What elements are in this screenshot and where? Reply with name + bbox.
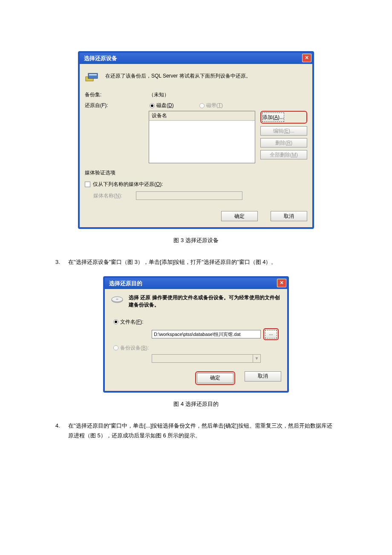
device-list-header: 设备名	[149, 111, 255, 121]
close-icon[interactable]: ×	[302, 54, 311, 62]
cancel-button[interactable]: 取消	[271, 211, 307, 221]
device-list[interactable]	[149, 121, 255, 163]
figure-3-caption: 图 3 选择还原设备	[0, 237, 392, 244]
dialog2-title: 选择还原目的	[109, 280, 142, 286]
only-media-label: 仅从下列名称的媒体中还原(O):	[93, 181, 163, 188]
media-name-label: 媒体名称(N):	[93, 192, 132, 199]
radio-backup-device-label: 备份设备(B):	[120, 344, 149, 352]
delete-all-button: 全部删除(M)	[260, 150, 307, 159]
media-verify-header: 媒体验证选项	[85, 169, 307, 176]
ok-button[interactable]: 确定	[197, 373, 233, 383]
add-button[interactable]: 添加(A)...	[262, 113, 284, 122]
dialog2-titlebar[interactable]: 选择还原目的 ×	[105, 278, 287, 289]
restore-device-dialog: 选择还原设备 × 在还原了该备份后，SQL Server 将试着从下面所列设备中…	[78, 51, 314, 229]
radio-backup-device[interactable]: 备份设备(B):	[113, 344, 149, 352]
browse-button[interactable]: ...	[265, 330, 277, 338]
filename-input[interactable]: D:\workspace\ptss\database\恒川宾馆.dat	[152, 330, 261, 338]
dialog-title: 选择还原设备	[84, 55, 117, 61]
ok-button[interactable]: 确定	[221, 211, 258, 221]
close-icon[interactable]: ×	[277, 279, 286, 287]
svg-rect-2	[89, 74, 97, 75]
backupset-label: 备份集:	[85, 91, 149, 98]
figure-4-caption: 图 4 选择还原目的	[0, 400, 392, 408]
only-media-checkbox[interactable]	[85, 182, 90, 187]
media-name-input	[136, 191, 242, 200]
svg-point-5	[116, 299, 118, 300]
radio-filename-label: 文件名(F):	[120, 318, 144, 326]
radio-tape-label: 磁带(T)	[206, 102, 223, 109]
backup-device-icon	[85, 71, 99, 83]
radio-disk[interactable]: 磁盘(D)	[150, 102, 174, 109]
radio-filename[interactable]: 文件名(F):	[113, 318, 144, 326]
radio-disk-label: 磁盘(D)	[156, 102, 174, 109]
step-4-text: 4. 在"选择还原目的"窗口中，单击[...]按钮选择备份文件，然后单击[确定]…	[55, 421, 337, 441]
backupset-value: （未知）	[149, 91, 307, 98]
svg-rect-1	[88, 73, 98, 78]
backup-device-combo: ▼	[152, 354, 261, 363]
step-3-text: 3. 在"选择还原设备"窗口（图 3），单击[添加]按钮，打开"选择还原目的"窗…	[55, 257, 337, 267]
chevron-down-icon: ▼	[253, 355, 260, 362]
delete-button: 删除(R)	[260, 138, 307, 147]
dialog-info-text: 在还原了该备份后，SQL Server 将试着从下面所列设备中还原。	[105, 71, 251, 83]
dialog-titlebar[interactable]: 选择还原设备 ×	[80, 53, 312, 64]
cancel-button[interactable]: 取消	[245, 371, 281, 382]
restore-destination-dialog: 选择还原目的 × 选择 还原 操作要使用的文件名或备份设备。可为经常使用的文件创…	[103, 276, 289, 392]
dialog2-info-text: 选择 还原 操作要使用的文件名或备份设备。可为经常使用的文件创建备份设备。	[129, 294, 281, 308]
edit-button: 编辑(E)...	[260, 126, 307, 136]
radio-tape: 磁带(T)	[199, 102, 223, 109]
disk-icon	[111, 296, 124, 304]
restore-from-label: 还原自(F):	[85, 102, 149, 163]
